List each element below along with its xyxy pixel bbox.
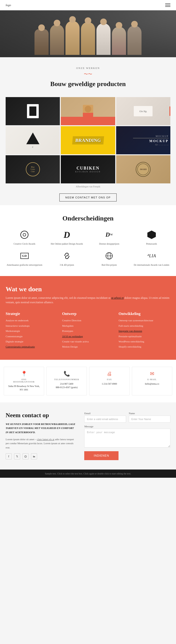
social-icons: f 𝕏 ⊙ in <box>6 453 77 460</box>
service-col-title-3: Ontwikkeling <box>118 312 170 316</box>
awards-section: Onderscheidingen Creative Circle Awards … <box>0 205 176 276</box>
image-credit: Afbeeldingen van Freepik <box>0 185 176 188</box>
box-value-phone: 214-987-5400888-0123-4567 (gratis) <box>49 382 84 389</box>
award-item-1: Creative Circle Awards <box>6 229 44 246</box>
services-grid: Strategie Analyse en onderzoek Interacti… <box>6 312 170 350</box>
award-item-4: Pentawards <box>133 229 170 246</box>
awards-grid: Creative Circle Awards D Het Online-pakk… <box>6 229 170 267</box>
portfolio-item-4[interactable]: Z <box>6 126 60 154</box>
message-textarea[interactable] <box>84 429 170 448</box>
portfolio-item-8[interactable]: CUBIKEN KITCHEN DESIGN <box>61 155 115 184</box>
portfolio-item-5[interactable]: BRANDING <box>61 126 115 154</box>
award-label-6: 3 & 4D-prijzen <box>60 263 74 267</box>
service-item: WordPress-ontwikkeling <box>118 340 170 343</box>
award-icon-6 <box>61 250 72 262</box>
awards-title: Onderscheidingen <box>6 214 170 222</box>
submit-button[interactable]: INDIENEN <box>84 451 118 460</box>
portfolio-item-2[interactable] <box>61 97 115 125</box>
service-item-link[interactable]: 10/10 en verbinding <box>62 335 83 338</box>
service-item: Prototypes <box>62 329 114 333</box>
contact-right-column: Email Name Message INDIENEN <box>84 412 170 460</box>
contact-button[interactable]: NEEM CONTACT MET ONS OP <box>59 194 116 202</box>
svg-point-1 <box>23 233 26 236</box>
social-twitter[interactable]: 𝕏 <box>14 453 20 460</box>
contact-info-boxes: 📍 ONSHOOFDKANTOOR 5inha 99 Broadway St N… <box>0 360 176 402</box>
award-label-4: Pentawards <box>146 242 157 246</box>
award-item-5: GD Amerikaanse grafische ontwerpprizen <box>6 250 44 267</box>
service-item: Prestatie-optimalisatie <box>118 335 170 338</box>
box-label-office: ONSHOOFDKANTOOR <box>6 378 42 383</box>
service-item: Contentstrategie <box>6 335 58 338</box>
award-label-8: De internationale Awards van Londen <box>134 263 169 267</box>
award-icon-5: GD <box>19 250 30 262</box>
footer: Sample text. Click to select the text bo… <box>0 470 176 478</box>
award-icon-2: D <box>61 229 72 240</box>
contact-box-fax: 🖨 FAX 1-214-567-8900 <box>89 367 130 396</box>
service-col-strategie: Strategie Analyse en onderzoek Interacti… <box>6 312 58 350</box>
portfolio-item-9[interactable]: AWARD <box>116 155 170 184</box>
social-instagram[interactable]: ⊙ <box>22 453 29 460</box>
award-icon-7 <box>104 250 115 262</box>
award-item-2: D Het Online-pakket Design Awards <box>48 229 86 246</box>
service-item: Digitale strategie <box>6 340 58 343</box>
box-value-fax: 1-214-567-8900 <box>92 382 127 386</box>
phone-icon: 📞 <box>49 371 84 377</box>
section-eyebrow: ONZE WERKEN <box>6 66 170 70</box>
message-field-label: Message <box>84 425 170 428</box>
services-section: Wat we doen Lorem ipsum dolor sit amet, … <box>0 276 176 360</box>
service-item: Creative Direction <box>62 319 114 322</box>
contact-body-text: Lorem ipsum dolor sit amet – clato lamet… <box>6 438 77 450</box>
email-input[interactable] <box>84 416 126 422</box>
email-icon: ✉ <box>134 371 170 377</box>
service-item: Motion Design <box>62 345 114 348</box>
service-item: Merkstrategie <box>6 329 58 333</box>
service-item: 10/10 en verbinding <box>62 335 114 338</box>
portfolio-item-6[interactable]: MOCKUP MOCKUP 02/ — — — — <box>116 126 170 154</box>
footer-text: Sample text. Click to select the text bo… <box>6 472 170 475</box>
portfolio-title: Bouw geweldige producten <box>6 80 170 88</box>
box-value-office: 5inha 99 Broadway St New York, NY 1001 <box>6 384 42 392</box>
service-item: Integratie van diensten <box>118 329 170 333</box>
services-intro: Lorem ipsum dolor sit amet, consectetur … <box>6 296 170 305</box>
service-item-link[interactable]: Conversieratio optimalisatie <box>6 345 35 348</box>
award-label-5: Amerikaanse grafische ontwerpprizen <box>6 263 42 267</box>
service-item: Interactieve workshops <box>6 324 58 328</box>
services-intro-link[interactable]: ut arhosi et <box>111 296 124 300</box>
contact-quote: WE KUNNEN ZORGEN VOOR BETROUWBAARHEID, L… <box>6 422 77 434</box>
service-col-ontwikkeling: Ontwikkeling Ontwerp van systeemarchitec… <box>118 312 170 350</box>
contact-box-phone: 📞 TELEFOONNUMMER 214-987-5400888-0123-45… <box>46 367 87 396</box>
contact-body-link[interactable]: clato lamet els at <box>37 438 54 441</box>
location-icon: 📍 <box>6 371 42 377</box>
service-item: Conversieratio optimalisatie <box>6 345 58 348</box>
service-item: Analyse en onderzoek <box>6 319 58 322</box>
svg-marker-2 <box>147 230 156 239</box>
service-item: Full-stack ontwikkeling <box>118 324 170 328</box>
box-label-phone: TELEFOONNUMMER <box>49 378 84 381</box>
award-icon-8: ᴬLIA <box>146 250 157 262</box>
award-label-2: Het Online-pakket Design Awards <box>51 242 83 246</box>
service-item: Merkgiden <box>62 324 114 328</box>
award-label-1: Creative Circle Awards <box>14 242 36 246</box>
service-item-link[interactable]: Integratie van diensten <box>118 330 142 332</box>
award-icon-1 <box>19 229 30 240</box>
social-linkedin[interactable]: in <box>31 453 37 460</box>
award-item-3: D w Deense designprijzen <box>90 229 128 246</box>
name-input[interactable] <box>129 416 170 422</box>
box-label-email: E-MAIL <box>134 378 170 381</box>
portfolio-item-7[interactable]: BlueLionsClub <box>6 155 60 184</box>
contact-form-title: Neem contact op <box>6 412 77 419</box>
services-title: Wat we doen <box>6 286 170 293</box>
header: logo <box>0 0 176 10</box>
name-field-label: Name <box>129 412 170 415</box>
social-facebook[interactable]: f <box>6 453 12 460</box>
portfolio-item-3[interactable]: Gio Sig. <box>116 97 170 125</box>
hamburger-menu[interactable] <box>165 4 170 7</box>
service-col-title-1: Strategie <box>6 312 58 316</box>
award-label-3: Deense designprijzen <box>99 242 119 246</box>
portfolio-item-1[interactable] <box>6 97 60 125</box>
email-field-label: Email <box>84 412 126 415</box>
award-item-6: 3 & 4D-prijzen <box>48 250 86 267</box>
award-label-7: Red Dot-prijzen <box>102 263 117 267</box>
service-item: Creatie van visuele activa <box>62 340 114 343</box>
contact-left-column: Neem contact op WE KUNNEN ZORGEN VOOR BE… <box>6 412 77 460</box>
